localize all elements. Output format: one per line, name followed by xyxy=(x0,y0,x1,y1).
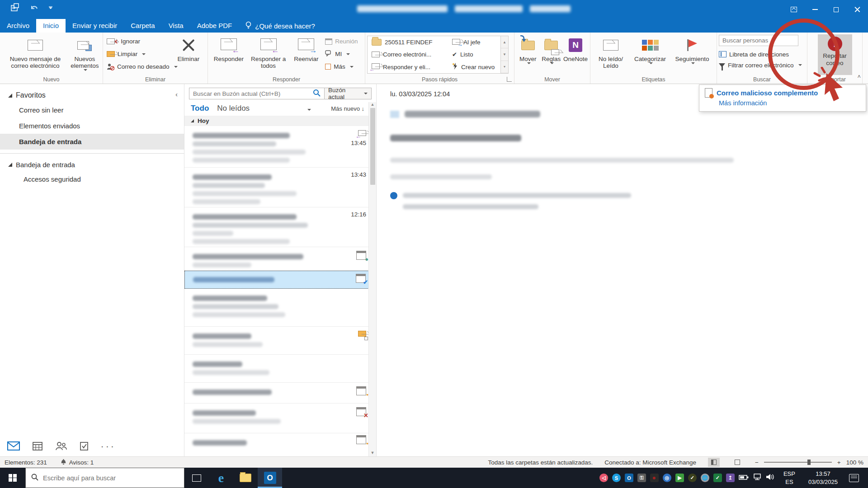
tell-me-box[interactable]: ¿Qué desea hacer? xyxy=(239,19,321,33)
action-center-icon[interactable] xyxy=(849,474,859,482)
tasks-nav-icon[interactable] xyxy=(80,441,89,452)
close-button[interactable] xyxy=(847,0,868,19)
sync-tray-icon[interactable]: ◎ xyxy=(663,474,671,482)
more-icon[interactable]: ▾ xyxy=(501,61,508,73)
filter-tab-todo[interactable]: Todo xyxy=(191,104,209,113)
sidebar-item-bandeja-entrada-favorito[interactable]: Bandeja de entrada xyxy=(0,134,184,150)
scroll-down-icon[interactable]: ▼ xyxy=(501,48,508,61)
outlook-tray-icon[interactable]: O xyxy=(625,474,633,482)
maximize-button[interactable] xyxy=(826,0,847,19)
expand-triangle-icon[interactable] xyxy=(8,94,12,98)
reply-all-button[interactable]: ← Responder a todos xyxy=(248,34,289,75)
onenote-button[interactable]: N OneNote xyxy=(563,34,588,75)
outlook-taskbar-button[interactable]: O xyxy=(258,468,282,488)
mail-item[interactable]: ● xyxy=(184,247,376,271)
mail-item[interactable] xyxy=(184,355,376,383)
key-tray-icon[interactable]: ⚿ xyxy=(637,474,646,482)
sidebar-item-elementos-enviados[interactable]: Elementos enviados xyxy=(0,118,184,134)
mail-item[interactable] xyxy=(184,327,376,355)
forward-button[interactable]: → Reenviar xyxy=(289,34,323,75)
ribbon-display-options-button[interactable] xyxy=(783,0,804,19)
new-mail-button[interactable]: Nuevo mensaje de correo electrónico xyxy=(2,34,69,75)
quick-step-listo[interactable]: ✔ Listo xyxy=(448,48,500,61)
outlook-app-icon[interactable] xyxy=(10,3,20,12)
taskbar-search-box[interactable] xyxy=(25,468,184,488)
search-scope-dropdown[interactable]: Buzón actual xyxy=(325,88,372,99)
collapse-ribbon-icon[interactable]: ˄ xyxy=(857,73,861,80)
expand-triangle-icon[interactable] xyxy=(8,163,12,167)
new-items-button[interactable]: Nuevos elementos xyxy=(69,34,101,75)
start-button[interactable] xyxy=(0,468,25,488)
filter-tab-no-leidos[interactable]: No leídos xyxy=(217,104,250,113)
skype-tray-icon[interactable]: S xyxy=(612,474,621,482)
ignore-button[interactable]: ✕ Ignorar xyxy=(105,36,172,47)
scroll-up-icon[interactable]: ▲ xyxy=(371,102,375,107)
undo-icon[interactable] xyxy=(30,4,39,11)
tab-carpeta[interactable]: Carpeta xyxy=(124,19,161,33)
quick-step-responder-eliminar[interactable]: ← Responder y eli... xyxy=(368,61,448,73)
sidebar-item-accesos-seguridad[interactable]: Accesos seguridad xyxy=(0,171,184,187)
scrollbar-thumb[interactable] xyxy=(370,108,375,185)
cleanup-button[interactable]: Limpiar xyxy=(105,49,172,59)
qat-customize-icon[interactable] xyxy=(49,6,52,9)
tab-enviar-recibir[interactable]: Enviar y recibir xyxy=(66,19,124,33)
quick-step-feindef[interactable]: 250511 FEINDEF xyxy=(368,36,448,48)
quick-step-al-jefe[interactable]: → Al jefe xyxy=(448,36,500,48)
mail-item[interactable] xyxy=(184,289,376,327)
language-indicator[interactable]: ESP ES xyxy=(779,470,800,486)
reply-button[interactable]: ← Responder xyxy=(210,34,248,75)
zoom-level[interactable]: 100 % xyxy=(846,459,863,466)
categorize-button[interactable]: Categorizar xyxy=(629,34,671,75)
mailbox-search-box[interactable] xyxy=(189,88,325,99)
followup-button[interactable]: Seguimiento xyxy=(671,34,713,75)
delete-button[interactable]: Eliminar xyxy=(172,34,205,75)
group-expand-icon[interactable] xyxy=(191,119,194,122)
rules-button[interactable]: Reglas xyxy=(540,34,563,75)
defender-shield-tray-icon[interactable]: ✓ xyxy=(713,474,722,482)
tab-adobe-pdf[interactable]: Adobe PDF xyxy=(190,19,239,33)
network-tray-icon[interactable] xyxy=(753,474,762,482)
mail-item[interactable]: 12:16 xyxy=(184,207,376,247)
scroll-up-icon[interactable]: ▲ xyxy=(501,36,508,48)
zoom-slider-thumb[interactable] xyxy=(807,460,811,465)
filter-dropdown-icon[interactable] xyxy=(307,109,311,111)
reading-view-button[interactable] xyxy=(731,458,743,467)
mail-item[interactable]: ← 13:45 xyxy=(184,126,376,168)
vm-tray-icon[interactable]: ▶ xyxy=(675,474,684,482)
task-view-button[interactable] xyxy=(184,468,209,488)
media-tray-icon[interactable]: ◁ xyxy=(599,474,608,482)
mailbox-search-input[interactable] xyxy=(193,90,313,97)
im-button[interactable]: MI xyxy=(323,49,363,59)
zoom-out-button[interactable]: − xyxy=(755,459,759,466)
battery-tray-icon[interactable] xyxy=(739,474,749,482)
quick-step-crear-nuevo[interactable]: Crear nuevo xyxy=(448,61,500,73)
sort-order-button[interactable]: Más nuevo ↓ xyxy=(331,105,364,112)
unread-read-button[interactable]: No leído/ Leído xyxy=(592,34,629,75)
collapse-sidebar-icon[interactable]: ‹ xyxy=(175,90,178,98)
inbox-tree-header[interactable]: Bandeja de entrada xyxy=(0,158,184,171)
junk-button[interactable]: Correo no deseado xyxy=(105,61,172,72)
security-card-tray-icon[interactable] xyxy=(650,474,659,482)
antivirus-shield-tray-icon[interactable]: ✓ xyxy=(688,474,697,482)
app-update-tray-icon[interactable]: ↥ xyxy=(726,474,735,482)
mail-item[interactable]: 13:43 xyxy=(184,168,376,207)
tab-inicio[interactable]: Inicio xyxy=(36,19,66,33)
calendar-nav-icon[interactable] xyxy=(33,441,42,452)
file-explorer-taskbar-button[interactable] xyxy=(233,468,258,488)
favorites-header[interactable]: Favoritos xyxy=(0,89,184,102)
sidebar-item-correo-sin-leer[interactable]: Correo sin leer xyxy=(0,102,184,118)
zoom-in-button[interactable]: + xyxy=(837,459,841,466)
more-apps-icon[interactable]: · · · xyxy=(101,443,114,450)
zoom-slider[interactable] xyxy=(764,462,832,463)
move-button[interactable]: Mover xyxy=(516,34,540,75)
scroll-down-icon[interactable]: ▼ xyxy=(371,450,375,455)
taskbar-search-input[interactable] xyxy=(43,474,179,482)
minimize-button[interactable] xyxy=(804,0,826,19)
group-header-hoy[interactable]: Hoy xyxy=(184,116,376,126)
message-list-scrollbar[interactable]: ▲ ▼ xyxy=(368,102,376,456)
more-respond-button[interactable]: Más xyxy=(323,61,363,72)
edge-taskbar-button[interactable]: e xyxy=(209,468,233,488)
mail-item[interactable]: ✕ xyxy=(184,404,376,433)
mail-item[interactable]: ▪ xyxy=(184,433,376,446)
clock[interactable]: 13:57 03/03/2025 xyxy=(804,470,842,486)
